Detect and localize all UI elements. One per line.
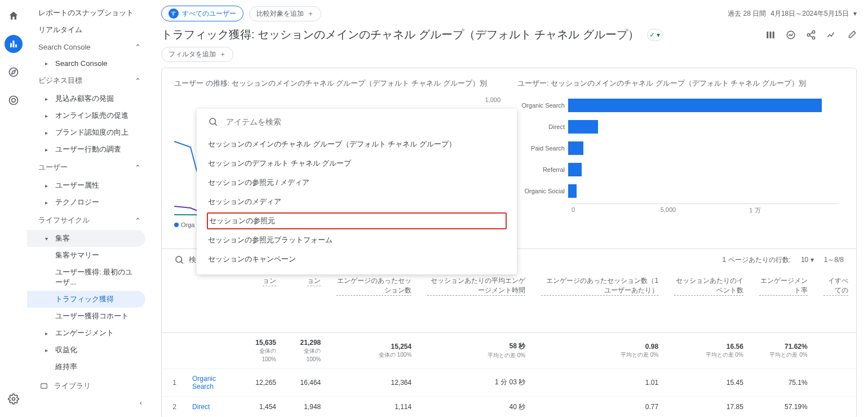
bar-label: Direct bbox=[517, 123, 568, 130]
sidebar-section-lifecycle[interactable]: ライフサイクル⌃ bbox=[27, 211, 150, 230]
sidebar-item-search-console[interactable]: ▸Search Console bbox=[27, 56, 145, 71]
sidebar-item-behavior[interactable]: ▸ユーザー行動の調査 bbox=[27, 141, 145, 158]
sidebar-item-traffic-acq[interactable]: トラフィック獲得 bbox=[27, 291, 145, 308]
chip-add-compare[interactable]: 比較対象を追加＋ bbox=[249, 6, 321, 21]
sidebar-item-acq-summary[interactable]: 集客サマリー bbox=[27, 247, 145, 264]
search-icon bbox=[174, 255, 184, 265]
insights-icon[interactable] bbox=[786, 30, 796, 40]
column-header[interactable]: セッションあたりの平均エンゲージメント時間 bbox=[419, 270, 533, 332]
sidebar-item-user-attrs[interactable]: ▸ユーザー属性 bbox=[27, 177, 145, 194]
sidebar-item-retention[interactable]: 維持率 bbox=[27, 358, 145, 375]
bar-row: Organic Search bbox=[517, 96, 838, 114]
chevron-down-icon: ▾ bbox=[853, 10, 857, 17]
status-badge[interactable]: ✓ ▾ bbox=[647, 29, 663, 41]
svg-point-13 bbox=[807, 33, 810, 36]
bar-row: Paid Search bbox=[517, 139, 838, 157]
svg-rect-7 bbox=[41, 384, 47, 388]
bar-label: Organic Social bbox=[517, 188, 568, 194]
chip-all-users[interactable]: す すべてのユーザー bbox=[161, 6, 243, 21]
bar-chart-title: ユーザー: セッションのメインのチャネル グループ（デフォルト チャネル グルー… bbox=[517, 78, 844, 88]
sidebar-snapshot[interactable]: レポートのスナップショット bbox=[27, 5, 150, 21]
dropdown-item-3[interactable]: セッションのメディア bbox=[197, 192, 517, 211]
title-actions bbox=[765, 30, 857, 40]
dropdown-item-0[interactable]: セッションのメインのチャネル グループ（デフォルト チャネル グループ） bbox=[197, 135, 517, 154]
column-header[interactable]: エンゲージのあったセッション数（1 ユーザーあたり） bbox=[533, 270, 666, 332]
customize-icon[interactable] bbox=[765, 30, 776, 40]
sidebar-section-user[interactable]: ユーザー⌃ bbox=[27, 158, 150, 177]
share-icon[interactable] bbox=[806, 30, 816, 40]
sidebar-section-search-console[interactable]: Search Console⌃ bbox=[27, 38, 150, 56]
collapse-sidebar-icon[interactable]: ‹ bbox=[140, 398, 142, 407]
svg-point-6 bbox=[12, 398, 15, 401]
sidebar-section-business[interactable]: ビジネス目標⌃ bbox=[27, 71, 150, 90]
dropdown-item-2[interactable]: セッションの参照元 / メディア bbox=[197, 173, 517, 192]
report-card: ユーザー の推移: セッションのメインのチャネル グループ（デフォルト チャネル… bbox=[161, 68, 857, 417]
library-icon bbox=[39, 382, 48, 390]
home-icon[interactable] bbox=[5, 7, 23, 25]
table-search[interactable]: 検 bbox=[174, 255, 196, 265]
svg-rect-0 bbox=[10, 43, 12, 48]
explore-icon[interactable] bbox=[5, 63, 23, 81]
sidebar-item-tech[interactable]: ▸テクノロジー bbox=[27, 194, 145, 211]
svg-point-12 bbox=[812, 30, 815, 33]
sidebar-item-sales[interactable]: ▸オンライン販売の促進 bbox=[27, 107, 145, 124]
bar-row: Direct bbox=[517, 118, 838, 136]
caret-right-icon: ▸ bbox=[45, 60, 51, 66]
bar-fill bbox=[568, 184, 577, 198]
line-chart: ユーザー の推移: セッションのメインのチャネル グループ（デフォルト チャネル… bbox=[174, 78, 501, 243]
svg-point-3 bbox=[9, 68, 17, 77]
bar-row: Organic Social bbox=[517, 182, 838, 200]
charts-row: ユーザー の推移: セッションのメインのチャネル グループ（デフォルト チャネル… bbox=[162, 68, 856, 249]
rows-per-page-label: 1 ページあたりの行数: bbox=[723, 255, 791, 265]
sidebar-item-brand[interactable]: ▸ブランド認知度の向上 bbox=[27, 124, 145, 141]
advertising-icon[interactable] bbox=[5, 91, 23, 109]
bar-fill bbox=[568, 163, 582, 176]
svg-point-16 bbox=[176, 256, 182, 263]
svg-rect-2 bbox=[15, 45, 17, 47]
column-header[interactable]: エンゲージのあったセッション数 bbox=[329, 270, 419, 332]
svg-point-5 bbox=[11, 99, 15, 103]
settings-icon[interactable] bbox=[5, 390, 23, 408]
sidebar-item-user-acq[interactable]: ユーザー獲得: 最初のユーザ... bbox=[27, 264, 145, 291]
reports-icon[interactable] bbox=[5, 35, 23, 53]
sidebar-item-acquisition[interactable]: ▾集客 bbox=[27, 230, 145, 247]
table-row[interactable]: 2Direct1,4541,9481,11440 秒0.7717.8557.19… bbox=[162, 396, 856, 417]
column-header[interactable]: セッションあたりのイベント数 bbox=[666, 270, 751, 332]
content-scroll[interactable]: ユーザー の推移: セッションのメインのチャネル グループ（デフォルト チャネル… bbox=[150, 68, 868, 417]
sidebar-realtime[interactable]: リアルタイム bbox=[27, 21, 150, 38]
table-row[interactable]: 1Organic Search12,26516,46412,3641 分 03 … bbox=[162, 369, 856, 396]
edit-icon[interactable] bbox=[847, 30, 857, 40]
sidebar-item-leads[interactable]: ▸見込み顧客の発掘 bbox=[27, 90, 145, 107]
dropdown-item-5[interactable]: セッションの参照元プラットフォーム bbox=[197, 230, 517, 250]
sidebar-item-engagement[interactable]: ▸エンゲージメント bbox=[27, 325, 145, 341]
chevron-up-icon: ⌃ bbox=[135, 216, 141, 225]
title-row: トラフィック獲得: セッションのメインのチャネル グループ（デフォルト チャネル… bbox=[150, 25, 868, 47]
caret-down-icon: ▾ bbox=[45, 236, 51, 242]
chip-avatar: す bbox=[169, 8, 179, 19]
column-header[interactable]: イすべての bbox=[816, 270, 856, 332]
dropdown-item-6[interactable]: セッションのキャンペーン bbox=[197, 250, 517, 269]
top-controls: す すべてのユーザー 比較対象を追加＋ 過去 28 日間 4月18日～2024年… bbox=[150, 0, 868, 25]
trend-icon[interactable] bbox=[826, 30, 836, 40]
line-chart-title: ユーザー の推移: セッションのメインのチャネル グループ（デフォルト チャネル… bbox=[174, 78, 501, 88]
icon-rail bbox=[0, 0, 27, 417]
dropdown-item-4[interactable]: セッションの参照元 bbox=[207, 212, 507, 229]
column-header[interactable]: エンゲージメント率 bbox=[751, 270, 816, 332]
svg-point-15 bbox=[210, 118, 216, 125]
sidebar: レポートのスナップショット リアルタイム Search Console⌃ ▸Se… bbox=[27, 0, 150, 417]
sidebar-item-monetization[interactable]: ▸収益化 bbox=[27, 341, 145, 358]
rows-per-page-select[interactable]: 10 ▾ bbox=[801, 256, 814, 264]
caret-right-icon: ▸ bbox=[45, 183, 51, 189]
dropdown-item-1[interactable]: セッションのデフォルト チャネル グループ bbox=[197, 154, 517, 173]
bar-fill bbox=[568, 120, 598, 134]
chip-add-filter[interactable]: フィルタを追加＋ bbox=[161, 47, 233, 62]
bar-fill bbox=[568, 141, 583, 155]
sidebar-item-cohort[interactable]: ユーザー獲得コホート bbox=[27, 308, 145, 325]
dropdown-search-input[interactable] bbox=[226, 117, 506, 126]
bar-axis: 05,0001 万 bbox=[572, 203, 838, 215]
chevron-up-icon: ⌃ bbox=[135, 43, 141, 51]
main: す すべてのユーザー 比較対象を追加＋ 過去 28 日間 4月18日～2024年… bbox=[150, 0, 868, 417]
search-icon bbox=[208, 117, 218, 127]
date-range-picker[interactable]: 過去 28 日間 4月18日～2024年5月15日 ▾ bbox=[728, 9, 857, 19]
sidebar-library[interactable]: ライブラリ bbox=[27, 375, 150, 397]
